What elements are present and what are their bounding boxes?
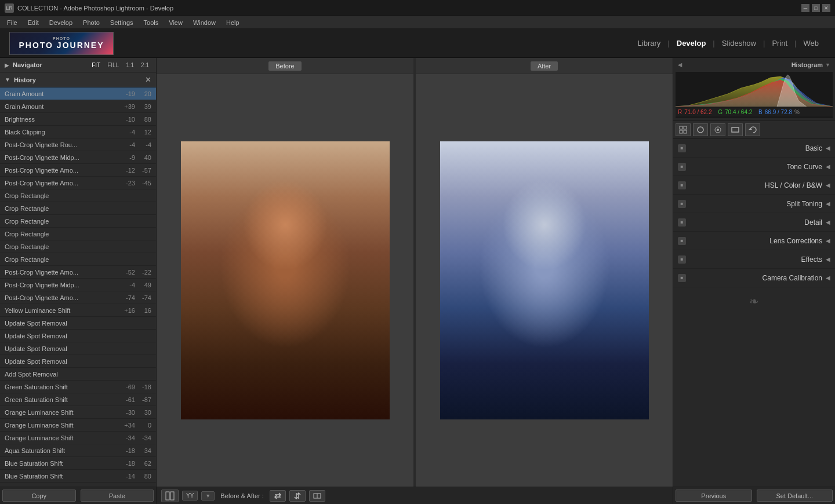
history-item-10[interactable]: Crop Rectangle [0, 215, 156, 228]
yy-mode-button[interactable]: YY [182, 491, 198, 501]
history-item-name-22: Add Spot Removal [5, 371, 151, 378]
history-item-20[interactable]: Update Spot Removal [0, 342, 156, 355]
nav-web[interactable]: Web [797, 39, 826, 48]
maximize-button[interactable]: □ [812, 4, 820, 12]
svg-point-18 [277, 305, 291, 326]
history-item-2[interactable]: Brightness-1088 [0, 113, 156, 126]
history-item-val1-14: -52 [118, 269, 135, 276]
history-item-21[interactable]: Update Spot Removal [0, 355, 156, 368]
history-item-24[interactable]: Green Saturation Shift-61-87 [0, 393, 156, 406]
yy-dropdown-button[interactable]: ▼ [201, 491, 215, 501]
nav-develop[interactable]: Develop [670, 39, 713, 48]
history-close-button[interactable]: ✕ [145, 75, 151, 84]
circle-tool-button[interactable] [693, 123, 708, 136]
rotate-tool-button[interactable] [745, 123, 760, 136]
main-layout: ▶ Navigator FIT FILL 1:1 2:1 ▼ History ✕… [0, 58, 835, 487]
swap-vertical-button[interactable] [289, 490, 306, 502]
menu-edit[interactable]: Edit [23, 18, 43, 27]
split-toning-panel-item[interactable]: ■ Split Toning ◀ [673, 195, 835, 213]
photo-before-panel[interactable] [157, 74, 413, 487]
history-item-14[interactable]: Post-Crop Vignette Amo...-52-22 [0, 266, 156, 279]
history-item-22[interactable]: Add Spot Removal [0, 368, 156, 381]
history-item-val1-28: -18 [118, 447, 135, 454]
history-item-6[interactable]: Post-Crop Vignette Amo...-12-57 [0, 164, 156, 177]
history-item-11[interactable]: Crop Rectangle [0, 228, 156, 240]
svg-point-2 [227, 338, 343, 419]
history-item-name-28: Aqua Saturation Shift [5, 447, 118, 454]
history-item-17[interactable]: Yellow Luminance Shift+1616 [0, 304, 156, 317]
nav-view-2to1[interactable]: 2:1 [139, 62, 151, 68]
swap-horizontal-button[interactable] [270, 490, 286, 502]
grid-tool-button[interactable] [676, 123, 691, 136]
history-item-15[interactable]: Post-Crop Vignette Midp...-449 [0, 279, 156, 291]
target-icon [714, 126, 722, 134]
minimize-button[interactable]: ─ [801, 4, 809, 12]
nav-print[interactable]: Print [765, 39, 794, 48]
nav-view-1to1[interactable]: 1:1 [124, 62, 136, 68]
history-item-0[interactable]: Grain Amount-1920 [0, 87, 156, 100]
menu-file[interactable]: File [2, 18, 22, 27]
navigator-header[interactable]: ▶ Navigator FIT FILL 1:1 2:1 [0, 58, 156, 72]
camera-calibration-panel-item[interactable]: ■ Camera Calibration ◀ [673, 269, 835, 287]
menu-window[interactable]: Window [188, 18, 220, 27]
menu-help[interactable]: Help [222, 18, 244, 27]
history-item-29[interactable]: Blue Saturation Shift-1862 [0, 457, 156, 470]
tone-curve-panel-item[interactable]: ■ Tone Curve ◀ [673, 158, 835, 176]
history-item-28[interactable]: Aqua Saturation Shift-1834 [0, 444, 156, 457]
history-item-4[interactable]: Post-Crop Vignette Rou...-4-4 [0, 138, 156, 151]
menu-tools[interactable]: Tools [139, 18, 164, 27]
view-mode-button[interactable] [161, 490, 179, 502]
hsl-panel-item[interactable]: ■ HSL / Color / B&W ◀ [673, 176, 835, 195]
effects-panel-item[interactable]: ■ Effects ◀ [673, 250, 835, 269]
nav-library[interactable]: Library [631, 39, 668, 48]
nav-view-fit[interactable]: FIT [89, 62, 103, 68]
history-item-5[interactable]: Post-Crop Vignette Midp...-940 [0, 151, 156, 164]
target-tool-button[interactable] [710, 123, 725, 136]
menu-photo[interactable]: Photo [78, 18, 104, 27]
history-item-9[interactable]: Crop Rectangle [0, 202, 156, 215]
history-item-16[interactable]: Post-Crop Vignette Amo...-74-74 [0, 291, 156, 304]
history-item-25[interactable]: Orange Luminance Shift-3030 [0, 406, 156, 419]
history-item-val1-16: -74 [118, 294, 135, 301]
history-item-27[interactable]: Orange Luminance Shift-34-34 [0, 432, 156, 444]
svg-point-9 [239, 222, 332, 286]
svg-rect-49 [684, 126, 687, 129]
left-bottom-bar: Copy Paste [0, 487, 157, 504]
close-button[interactable]: ✕ [822, 4, 830, 12]
paste-button[interactable]: Paste [81, 490, 154, 502]
copy-button[interactable]: Copy [2, 490, 76, 502]
detail-panel-item[interactable]: ■ Detail ◀ [673, 213, 835, 232]
svg-point-5 [245, 309, 326, 367]
previous-button[interactable]: Previous [676, 490, 752, 502]
basic-panel-item[interactable]: ■ Basic ◀ [673, 139, 835, 158]
layout-split-button[interactable] [309, 490, 325, 502]
svg-rect-0 [181, 141, 390, 419]
menu-develop[interactable]: Develop [45, 18, 77, 27]
history-item-23[interactable]: Green Saturation Shift-69-18 [0, 381, 156, 393]
history-item-val2-6: -57 [137, 167, 151, 174]
photo-after-panel[interactable] [416, 74, 673, 487]
history-list[interactable]: Grain Amount-1920Grain Amount+3939Bright… [0, 87, 156, 487]
nav-view-fill[interactable]: FILL [105, 62, 121, 68]
set-default-button[interactable]: Set Default... [757, 490, 833, 502]
history-item-name-5: Post-Crop Vignette Midp... [5, 154, 118, 161]
history-item-val1-30: -14 [118, 473, 135, 480]
history-item-13[interactable]: Crop Rectangle [0, 253, 156, 266]
history-item-8[interactable]: Crop Rectangle [0, 189, 156, 202]
lens-corrections-panel-item[interactable]: ■ Lens Corrections ◀ [673, 232, 835, 250]
history-item-19[interactable]: Update Spot Removal [0, 330, 156, 342]
camera-calibration-toggle: ■ [678, 274, 686, 282]
history-item-1[interactable]: Grain Amount+3939 [0, 100, 156, 113]
history-item-7[interactable]: Post-Crop Vignette Amo...-23-45 [0, 177, 156, 189]
history-item-3[interactable]: Black Clipping-412 [0, 126, 156, 138]
rect-tool-button[interactable] [728, 123, 743, 136]
histogram-container: R 71.0 / 62.2 G 70.4 / 64.2 B 66.9 / 72.… [676, 72, 833, 118]
nav-slideshow[interactable]: Slideshow [715, 39, 763, 48]
history-item-26[interactable]: Orange Luminance Shift+340 [0, 419, 156, 432]
history-item-18[interactable]: Update Spot Removal [0, 317, 156, 330]
menu-view[interactable]: View [164, 18, 187, 27]
effects-label: Effects [691, 255, 822, 264]
menu-settings[interactable]: Settings [106, 18, 138, 27]
history-item-30[interactable]: Blue Saturation Shift-1480 [0, 470, 156, 483]
history-item-12[interactable]: Crop Rectangle [0, 240, 156, 253]
